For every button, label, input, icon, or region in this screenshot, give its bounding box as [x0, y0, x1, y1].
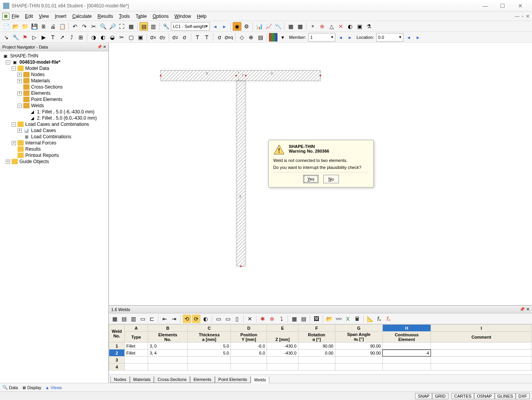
bp-i22-icon[interactable]: 👓: [334, 315, 343, 323]
bp-i25-icon[interactable]: 📐: [366, 315, 374, 323]
bp-i9-icon[interactable]: ⟳: [192, 315, 201, 323]
t2-wrench-icon[interactable]: 🔧: [11, 33, 20, 42]
menu-insert[interactable]: Insert: [55, 14, 66, 19]
col-G[interactable]: G: [335, 325, 382, 332]
bp-i1-icon[interactable]: ▦: [110, 315, 119, 323]
bp-i16-icon[interactable]: ⊕: [268, 315, 276, 323]
menu-table[interactable]: Table: [136, 14, 147, 19]
tree-weld-2[interactable]: ◢2: Fillet , 5.0 (6.0,-430.0 mm): [0, 115, 108, 121]
t2-i9-icon[interactable]: ⊞: [77, 33, 85, 42]
bp-i3-icon[interactable]: ▥: [129, 315, 138, 323]
mdi-minimize-button[interactable]: —: [515, 14, 520, 19]
t2-i7-icon[interactable]: ↗: [58, 33, 66, 42]
panel1-icon[interactable]: ▤: [140, 22, 148, 31]
col-E[interactable]: E: [267, 325, 298, 332]
t2-i6-icon[interactable]: T: [49, 33, 57, 42]
tool5-icon[interactable]: ◐: [346, 22, 354, 31]
head-elements[interactable]: ElementsNo.: [148, 332, 187, 343]
bp-fx-icon[interactable]: fₓ: [375, 315, 384, 323]
tree-cross-sections[interactable]: Cross-Sections: [0, 84, 108, 90]
tool7-icon[interactable]: ⚗: [365, 22, 373, 31]
tree-elements[interactable]: +Elements: [0, 90, 108, 96]
t2-palette-icon[interactable]: [269, 33, 277, 42]
menu-results[interactable]: Results: [98, 14, 113, 19]
t2-t2-icon[interactable]: T: [202, 33, 211, 42]
loadcase-selector[interactable]: LC1 - Self-weight▾: [171, 22, 210, 31]
col-weld-no[interactable]: WeldNo.: [109, 325, 125, 343]
col-A[interactable]: A: [125, 325, 148, 332]
t2-i5-icon[interactable]: ▶: [39, 33, 48, 42]
tree-weld-1[interactable]: ◢1: Fillet , 5.0 (-6,-430.0 mm): [0, 109, 108, 115]
tree-point-elements[interactable]: Point Elements: [0, 96, 108, 103]
tab-welds[interactable]: Welds: [251, 377, 269, 383]
bp-i18-icon[interactable]: ▦: [290, 315, 298, 323]
t2-i10-icon[interactable]: ◑: [89, 33, 98, 42]
save-icon[interactable]: 💾: [30, 22, 38, 31]
bp-i4-icon[interactable]: ▭: [138, 315, 147, 323]
open2-icon[interactable]: 📁: [21, 22, 29, 31]
col-D[interactable]: D: [231, 325, 267, 332]
zoom-icon[interactable]: 🔍: [99, 22, 107, 31]
bp-fx2-icon[interactable]: fₓ: [384, 315, 393, 323]
t2-s5-icon[interactable]: σ: [215, 33, 224, 42]
close-button[interactable]: ✕: [511, 0, 529, 11]
tree-welds[interactable]: −Welds: [0, 103, 108, 109]
print-icon[interactable]: 🖨: [49, 22, 57, 31]
tree-materials[interactable]: +Materials: [0, 78, 108, 84]
tree-project[interactable]: −▣004610-model-file*: [0, 59, 108, 65]
col-B[interactable]: B: [148, 325, 187, 332]
view3-icon[interactable]: 📉: [274, 22, 282, 31]
t2-t1-icon[interactable]: T: [193, 33, 202, 42]
menu-options[interactable]: Options: [153, 14, 169, 19]
next-lc-icon[interactable]: ▸: [220, 22, 228, 31]
member-prev-icon[interactable]: ◂: [336, 33, 345, 42]
t2-i12-icon[interactable]: ◒: [108, 33, 117, 42]
bp-pin-icon[interactable]: 📌 ✕: [520, 307, 530, 312]
minimize-button[interactable]: —: [476, 0, 494, 11]
location-prev-icon[interactable]: ◂: [404, 33, 413, 42]
drawing-canvas[interactable]: 5 1 2 1 4 3 ! SHAPE-THIN Warning No. 280…: [109, 43, 532, 305]
view2-icon[interactable]: 📈: [264, 22, 273, 31]
t2-dd-icon[interactable]: ▾: [278, 33, 287, 42]
t2-sigma3-icon[interactable]: σz: [171, 33, 180, 42]
tree-load-combinations[interactable]: ⊞Load Combinations: [0, 134, 108, 140]
loadcase-icon[interactable]: 🔧: [162, 22, 170, 31]
tool1-icon[interactable]: ⚬: [309, 22, 317, 31]
tree-root[interactable]: ▣SHAPE-THIN: [0, 53, 108, 59]
tool2-icon[interactable]: ⊕: [318, 22, 326, 31]
col-I[interactable]: I: [431, 325, 532, 332]
tab-cross-sections[interactable]: Cross-Sections: [154, 376, 190, 383]
menu-file[interactable]: File: [12, 14, 19, 19]
no-button[interactable]: No: [323, 175, 339, 183]
tool6-icon[interactable]: ▣: [355, 22, 364, 31]
head-ymm[interactable]: PositionY [mm]: [231, 332, 267, 343]
tab-materials[interactable]: Materials: [130, 376, 154, 383]
t2-i15-icon[interactable]: ▣: [136, 33, 145, 42]
tree-nodes[interactable]: +Nodes: [0, 71, 108, 78]
menu-help[interactable]: Help: [197, 14, 207, 19]
tool3-icon[interactable]: △: [327, 22, 336, 31]
head-span[interactable]: Span Angleα₀ [°]: [335, 332, 382, 343]
bp-excel-icon[interactable]: X: [344, 315, 352, 323]
calc2-icon[interactable]: ⚙: [242, 22, 251, 31]
mdi-restore-button[interactable]: ▫: [522, 14, 523, 19]
t2-i4-icon[interactable]: ▷: [30, 33, 38, 42]
grid3-icon[interactable]: ▩: [296, 22, 304, 31]
bp-i17-icon[interactable]: ⤵: [277, 315, 286, 323]
tab-elements[interactable]: Elements: [190, 376, 215, 383]
member-next-icon[interactable]: ▸: [345, 33, 354, 42]
zoom2-icon[interactable]: 🔎: [108, 22, 117, 31]
bp-i14-icon[interactable]: ✕: [246, 315, 254, 323]
bp-i12-icon[interactable]: ▭: [223, 315, 232, 323]
bp-i20-icon[interactable]: 🖼: [312, 315, 321, 323]
head-zmm[interactable]: Z [mm]: [267, 332, 298, 343]
sb-cartes[interactable]: CARTES: [452, 393, 474, 399]
sb-snap[interactable]: SNAP: [415, 393, 432, 399]
fit-icon[interactable]: ⛶: [117, 22, 126, 31]
t2-i11-icon[interactable]: ◐: [99, 33, 107, 42]
pin-icon[interactable]: 📌 ✕: [97, 45, 106, 49]
t2-c3-icon[interactable]: ▤: [256, 33, 265, 42]
calc-icon[interactable]: ◉: [233, 22, 241, 31]
redo-icon[interactable]: ↷: [80, 22, 89, 31]
tree-load-cases[interactable]: +📊Load Cases: [0, 127, 108, 134]
